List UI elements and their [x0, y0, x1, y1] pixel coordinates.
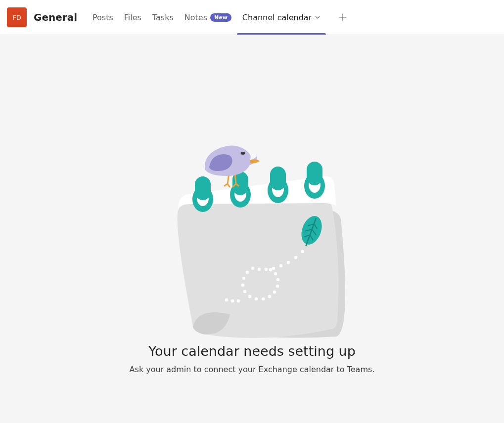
svg-point-31 [276, 278, 279, 281]
svg-point-22 [242, 277, 245, 280]
svg-rect-2 [195, 176, 211, 200]
channel-header: FD General Posts Files Tasks Notes New C… [0, 0, 504, 35]
svg-point-14 [294, 256, 297, 259]
empty-state-title: Your calendar needs setting up [148, 343, 356, 359]
svg-point-26 [254, 297, 257, 300]
svg-point-30 [275, 285, 278, 288]
new-badge: New [210, 13, 231, 22]
svg-point-24 [243, 290, 246, 293]
empty-state-subtitle: Ask your admin to connect your Exchange … [130, 365, 375, 374]
plus-icon [338, 13, 347, 22]
tab-label: Channel calendar [242, 13, 312, 22]
channel-avatar: FD [7, 7, 27, 27]
tab-label: Tasks [152, 13, 174, 22]
svg-point-23 [241, 284, 244, 287]
svg-point-29 [273, 291, 275, 294]
tab-label: Notes [184, 13, 207, 22]
svg-point-33 [269, 268, 272, 271]
svg-point-32 [274, 272, 276, 275]
add-tab-button[interactable] [335, 9, 351, 25]
svg-point-34 [225, 298, 228, 301]
svg-point-28 [268, 295, 271, 298]
empty-state: Your calendar needs setting up Ask your … [0, 35, 504, 374]
tab-posts[interactable]: Posts [87, 0, 119, 35]
svg-point-37 [240, 152, 245, 155]
svg-point-15 [286, 261, 289, 264]
tab-label: Files [124, 13, 141, 22]
tab-label: Posts [92, 13, 113, 22]
tab-files[interactable]: Files [119, 0, 147, 35]
svg-point-13 [301, 250, 304, 253]
svg-point-35 [230, 299, 233, 302]
tab-tasks[interactable]: Tasks [147, 0, 179, 35]
svg-point-20 [251, 267, 254, 270]
svg-point-18 [264, 268, 267, 271]
calendar-illustration [153, 124, 351, 341]
svg-point-19 [257, 268, 260, 271]
svg-rect-8 [270, 167, 286, 190]
svg-point-16 [279, 264, 282, 267]
svg-point-21 [245, 271, 248, 274]
tab-notes[interactable]: Notes New [179, 0, 237, 35]
tab-channel-calendar[interactable]: Channel calendar [237, 0, 326, 35]
tab-bar: Posts Files Tasks Notes New Channel cale… [87, 0, 351, 35]
svg-rect-11 [307, 162, 322, 185]
svg-point-36 [236, 299, 239, 302]
svg-point-27 [261, 297, 264, 300]
svg-point-25 [248, 295, 251, 298]
svg-point-17 [272, 267, 275, 270]
avatar-initials: FD [12, 14, 21, 21]
chevron-down-icon [315, 14, 321, 20]
channel-title: General [34, 11, 77, 23]
